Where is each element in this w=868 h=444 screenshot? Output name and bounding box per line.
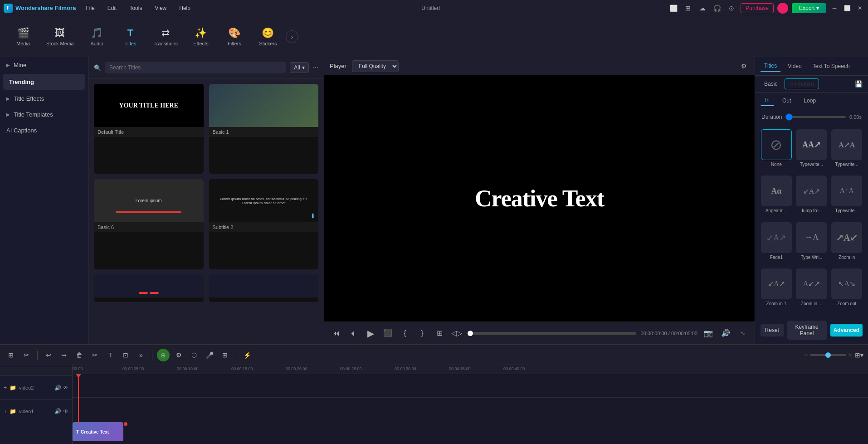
toolbar-stickers[interactable]: 😊 Stickers [252, 24, 284, 49]
toolbar-effects[interactable]: ✨ Effects [185, 24, 217, 49]
fullscreen-button[interactable]: ⤡ [736, 327, 749, 340]
eye-icon[interactable]: 👁 [63, 385, 68, 391]
toolbar-audio[interactable]: 🎵 Audio [81, 24, 113, 49]
menu-help[interactable]: Help [176, 4, 193, 12]
tl-crop-button[interactable]: ⊡ [119, 349, 132, 361]
zoom-slider[interactable] [810, 354, 846, 356]
zoom-in-button[interactable]: + [848, 351, 852, 359]
anim-cell-typewrite1[interactable]: AA↗ Typewrite... [796, 129, 828, 172]
toolbar-transitions[interactable]: ⇄ Transitions [148, 24, 183, 49]
skip-back-button[interactable]: ⏮ [330, 327, 342, 340]
sidebar-item-title-templates[interactable]: ▶ Title Templates [0, 107, 88, 122]
basic-tab[interactable]: Basic [761, 79, 781, 89]
tl-cut-button[interactable]: ✂ [88, 349, 101, 361]
purchase-button[interactable]: Purchase [741, 3, 774, 13]
duration-slider[interactable] [785, 116, 846, 118]
layout-button[interactable]: ⊞▾ [855, 351, 863, 359]
anim-cell-appearing[interactable]: Aα Appearin... [761, 176, 792, 218]
mark-out-button[interactable]: } [416, 327, 429, 340]
prev-frame-button[interactable]: ⏴ [347, 327, 360, 340]
screenshot-button[interactable]: 📷 [702, 327, 715, 340]
more-options-button[interactable]: ··· [312, 63, 318, 72]
toolbar-titles[interactable]: T Titles [115, 24, 146, 49]
tab-video[interactable]: Video [784, 61, 805, 71]
menu-edit[interactable]: Edit [105, 4, 120, 12]
tl-speed-tool[interactable]: ⚡ [241, 349, 254, 361]
tl-redo-button[interactable]: ↪ [58, 349, 70, 361]
tl-mask-tool[interactable]: ⬡ [188, 349, 200, 361]
device-icon[interactable]: ⬜ [668, 3, 679, 14]
play-button[interactable]: ▶ [364, 327, 377, 340]
grid-icon[interactable]: ⊞ [683, 3, 693, 14]
tl-trim-tool[interactable]: ✂ [20, 349, 33, 361]
tab-text-to-speech[interactable]: Text To Speech [809, 61, 853, 71]
minimize-button[interactable]: ─ [830, 4, 839, 13]
loop-tab[interactable]: Loop [799, 96, 820, 106]
tl-ripple-tool[interactable]: ⚙ [172, 349, 185, 361]
in-tab[interactable]: In [761, 95, 774, 106]
toolbar-more-button[interactable]: › [286, 30, 298, 43]
title-card-5[interactable] [94, 275, 204, 302]
add-track2-icon[interactable]: + [4, 408, 7, 415]
title-card-subtitle2[interactable]: Lorem ipsum dolor sit amet, consectetur … [209, 179, 319, 269]
anim-cell-zoom-out[interactable]: ↖A↘ Zoom out [831, 268, 863, 311]
anim-cell-zoom-in[interactable]: ↗A↙ Zoom in [831, 222, 863, 265]
tl-delete-button[interactable]: 🗑 [73, 349, 86, 361]
menu-tools[interactable]: Tools [127, 4, 145, 12]
progress-bar[interactable] [468, 332, 636, 335]
tl-text-button[interactable]: T [104, 349, 117, 361]
toolbar-filters[interactable]: 🎨 Filters [219, 24, 250, 49]
all-filter-dropdown[interactable]: All ▾ [290, 62, 308, 73]
folder2-icon[interactable]: 📁 [10, 408, 16, 415]
keyframe-panel-button[interactable]: Keyframe Panel [787, 321, 827, 340]
anim-cell-jump-from[interactable]: ↙A↗ Jump fro... [796, 176, 828, 218]
eye2-icon[interactable]: 👁 [63, 408, 68, 415]
volume-icon[interactable]: 🔊 [54, 385, 61, 391]
title-card-basic6[interactable]: Lorem ipsum Basic 6 [94, 179, 204, 269]
anim-cell-type-write[interactable]: →A Type Wri... [796, 222, 828, 265]
mark-in-button[interactable]: { [399, 327, 411, 340]
anim-cell-typewrite3[interactable]: A↑A Typewrite... [831, 176, 863, 218]
title-card-basic1[interactable]: Basic 1 [209, 84, 319, 174]
search-input[interactable] [105, 62, 286, 73]
menu-view[interactable]: View [152, 4, 169, 12]
sidebar-item-ai-captions[interactable]: AI Captions [0, 122, 88, 138]
player-settings-icon[interactable]: ⚙ [738, 61, 749, 72]
tl-tracks-tool[interactable]: ⊞ [219, 349, 231, 361]
menu-file[interactable]: File [83, 4, 97, 12]
tl-voiceover-tool[interactable]: 🎤 [203, 349, 216, 361]
title-card-6[interactable] [209, 275, 319, 302]
anim-cell-zoom-in-1[interactable]: ↙A↗ Zoom in 1 [761, 268, 792, 311]
tl-magnet-tool[interactable]: ⊕ [157, 349, 170, 361]
toolbar-media[interactable]: 🎬 Media [7, 24, 39, 49]
sidebar-item-mine[interactable]: ▶ Mine [0, 57, 88, 73]
add-track-icon[interactable]: + [4, 385, 7, 391]
reset-button[interactable]: Reset [761, 324, 784, 337]
tab-titles[interactable]: Titles [761, 61, 780, 72]
sidebar-item-title-effects[interactable]: ▶ Title Effects [0, 91, 88, 107]
tl-more-button[interactable]: » [135, 349, 147, 361]
anim-cell-fade1[interactable]: ↙A↗ Fade1 [761, 222, 792, 265]
title-card-default[interactable]: YOUR TITLE HERE Default Title [94, 84, 204, 174]
volume2-icon[interactable]: 🔊 [54, 408, 61, 415]
close-button[interactable]: ✕ [855, 4, 864, 13]
creative-text-clip[interactable]: T Creative Text [73, 422, 123, 441]
save-icon-button[interactable]: 💾 [855, 80, 863, 88]
advanced-button[interactable]: Advanced [830, 324, 863, 337]
quality-dropdown[interactable]: Full Quality [352, 60, 399, 72]
tl-undo-button[interactable]: ↩ [42, 349, 55, 361]
maximize-button[interactable]: ⬜ [843, 4, 852, 13]
anim-cell-none[interactable]: ⊘ None [761, 129, 792, 172]
headset-icon[interactable]: 🎧 [712, 3, 722, 14]
profile-icon[interactable]: ⊙ [726, 3, 737, 14]
anim-cell-typewrite2[interactable]: A↗A Typewrite... [831, 129, 863, 172]
volume-button[interactable]: 🔊 [719, 327, 732, 340]
out-tab[interactable]: Out [778, 96, 795, 106]
stop-button[interactable]: ⬛ [381, 327, 394, 340]
cloud-icon[interactable]: ☁ [697, 3, 708, 14]
zoom-out-button[interactable]: − [804, 351, 808, 359]
export-button[interactable]: Export ▾ [792, 3, 826, 13]
animation-tab[interactable]: Animation [785, 78, 819, 89]
timeline-nav-button[interactable]: ⊞ [433, 327, 446, 340]
anim-cell-zoom-in-2[interactable]: A↙↗ Zoom in ... [796, 268, 828, 311]
